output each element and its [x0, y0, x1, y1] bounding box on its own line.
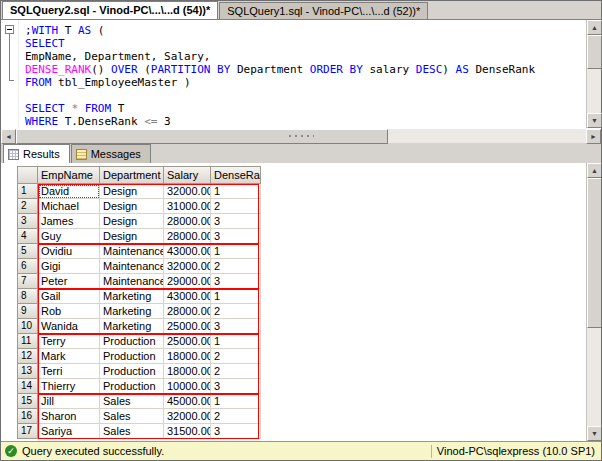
cell-salary[interactable]: 31500.00	[164, 424, 211, 439]
cell-department[interactable]: Production	[100, 349, 164, 364]
scroll-left-icon[interactable]	[1, 129, 16, 144]
cell-empname[interactable]: Gail	[38, 289, 100, 304]
tab-messages[interactable]: Messages	[71, 144, 151, 163]
cell-denserank[interactable]: 2	[211, 409, 261, 424]
cell-department[interactable]: Production	[100, 379, 164, 394]
cell-salary[interactable]: 28000.00	[164, 229, 211, 244]
column-header-empname[interactable]: EmpName	[38, 167, 100, 184]
row-header[interactable]: 9	[18, 304, 38, 319]
row-header[interactable]: 13	[18, 364, 38, 379]
cell-denserank[interactable]: 2	[211, 199, 261, 214]
row-header[interactable]: 10	[18, 319, 38, 334]
cell-denserank[interactable]: 1	[211, 289, 261, 304]
row-header[interactable]: 16	[18, 409, 38, 424]
cell-empname[interactable]: Guy	[38, 229, 100, 244]
row-header[interactable]: 12	[18, 349, 38, 364]
row-header[interactable]: 15	[18, 394, 38, 409]
table-row[interactable]: 10WanidaMarketing25000.003	[18, 319, 261, 334]
table-row[interactable]: 15JillSales45000.001	[18, 394, 261, 409]
cell-salary[interactable]: 43000.00	[164, 244, 211, 259]
cell-denserank[interactable]: 1	[211, 184, 261, 199]
cell-salary[interactable]: 28000.00	[164, 304, 211, 319]
scrollbar-track[interactable]	[587, 69, 601, 113]
cell-salary[interactable]: 10000.00	[164, 379, 211, 394]
cell-empname[interactable]: Michael	[38, 199, 100, 214]
row-header[interactable]: 17	[18, 424, 38, 439]
cell-denserank[interactable]: 3	[211, 424, 261, 439]
splitter-grip[interactable]	[288, 134, 314, 139]
cell-denserank[interactable]: 2	[211, 349, 261, 364]
cell-denserank[interactable]: 3	[211, 379, 261, 394]
column-header-department[interactable]: Department	[100, 167, 164, 184]
cell-department[interactable]: Maintenance	[100, 274, 164, 289]
cell-department[interactable]: Maintenance	[100, 244, 164, 259]
cell-empname[interactable]: Gigi	[38, 259, 100, 274]
table-row[interactable]: 5OvidiuMaintenance43000.001	[18, 244, 261, 259]
cell-department[interactable]: Production	[100, 364, 164, 379]
cell-empname[interactable]: Mark	[38, 349, 100, 364]
table-row[interactable]: 4GuyDesign28000.003	[18, 229, 261, 244]
cell-salary[interactable]: 31000.00	[164, 199, 211, 214]
editor-vertical-scrollbar[interactable]	[586, 20, 601, 128]
row-header[interactable]: 8	[18, 289, 38, 304]
scroll-right-icon[interactable]	[586, 129, 601, 144]
editor-horizontal-scrollbar[interactable]	[1, 128, 601, 143]
cell-department[interactable]: Marketing	[100, 304, 164, 319]
cell-department[interactable]: Sales	[100, 424, 164, 439]
scroll-down-icon[interactable]	[587, 426, 601, 441]
results-vertical-scrollbar[interactable]	[586, 163, 601, 441]
cell-empname[interactable]: Thierry	[38, 379, 100, 394]
cell-department[interactable]: Design	[100, 214, 164, 229]
cell-empname[interactable]: Terry	[38, 334, 100, 349]
table-row[interactable]: 8GailMarketing43000.001	[18, 289, 261, 304]
cell-denserank[interactable]: 1	[211, 394, 261, 409]
row-header[interactable]: 1	[18, 184, 38, 199]
table-row[interactable]: 11TerryProduction25000.001	[18, 334, 261, 349]
cell-department[interactable]: Design	[100, 184, 164, 199]
table-row[interactable]: 14ThierryProduction10000.003	[18, 379, 261, 394]
query-editor[interactable]: ;WITH T AS (SELECTEmpName, Department, S…	[1, 20, 601, 128]
row-header[interactable]: 3	[18, 214, 38, 229]
row-header[interactable]: 2	[18, 199, 38, 214]
cell-denserank[interactable]: 2	[211, 259, 261, 274]
cell-salary[interactable]: 43000.00	[164, 289, 211, 304]
cell-denserank[interactable]: 1	[211, 244, 261, 259]
scroll-down-icon[interactable]	[587, 113, 602, 128]
cell-salary[interactable]: 25000.00	[164, 334, 211, 349]
table-row[interactable]: 7PeterMaintenance29000.003	[18, 274, 261, 289]
table-row[interactable]: 3JamesDesign28000.003	[18, 214, 261, 229]
column-header-denserank[interactable]: DenseRank	[211, 167, 261, 184]
cell-department[interactable]: Marketing	[100, 289, 164, 304]
cell-denserank[interactable]: 3	[211, 229, 261, 244]
table-row[interactable]: 12MarkProduction18000.002	[18, 349, 261, 364]
document-tab[interactable]: SQLQuery2.sql - Vinod-PC\...\...d (54))*	[2, 1, 218, 19]
cell-empname[interactable]: James	[38, 214, 100, 229]
grid-corner-cell[interactable]	[18, 167, 38, 184]
cell-denserank[interactable]: 3	[211, 214, 261, 229]
cell-empname[interactable]: Ovidiu	[38, 244, 100, 259]
cell-empname[interactable]: Sharon	[38, 409, 100, 424]
table-row[interactable]: 16SharonSales32000.002	[18, 409, 261, 424]
cell-department[interactable]: Design	[100, 229, 164, 244]
row-header[interactable]: 5	[18, 244, 38, 259]
row-header[interactable]: 14	[18, 379, 38, 394]
cell-department[interactable]: Maintenance	[100, 259, 164, 274]
results-scrollbar-thumb[interactable]	[587, 178, 601, 328]
cell-salary[interactable]: 32000.00	[164, 184, 211, 199]
cell-salary[interactable]: 32000.00	[164, 259, 211, 274]
row-header[interactable]: 4	[18, 229, 38, 244]
scrollbar-track[interactable]	[388, 129, 586, 143]
cell-denserank[interactable]: 2	[211, 304, 261, 319]
column-header-salary[interactable]: Salary	[164, 167, 211, 184]
cell-salary[interactable]: 18000.00	[164, 349, 211, 364]
cell-denserank[interactable]: 3	[211, 319, 261, 334]
row-header[interactable]: 7	[18, 274, 38, 289]
sql-code[interactable]: ;WITH T AS (SELECTEmpName, Department, S…	[19, 20, 586, 128]
table-row[interactable]: 6GigiMaintenance32000.002	[18, 259, 261, 274]
cell-empname[interactable]: Terri	[38, 364, 100, 379]
cell-salary[interactable]: 28000.00	[164, 214, 211, 229]
cell-salary[interactable]: 29000.00	[164, 274, 211, 289]
cell-denserank[interactable]: 2	[211, 364, 261, 379]
tab-results[interactable]: Results	[3, 144, 70, 163]
cell-department[interactable]: Sales	[100, 394, 164, 409]
